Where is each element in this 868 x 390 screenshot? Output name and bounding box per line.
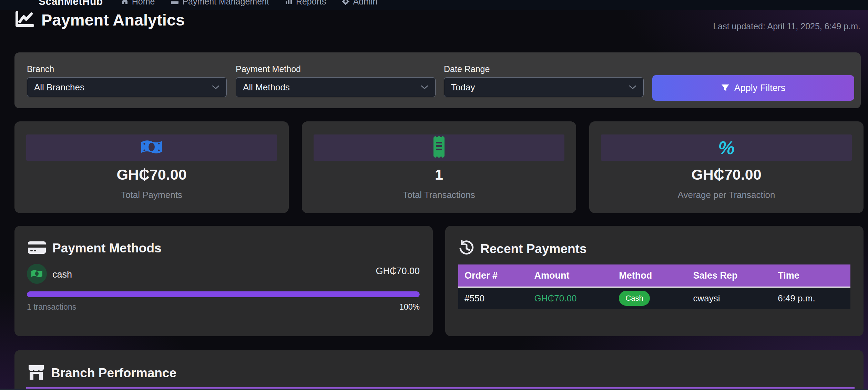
- home-icon: [121, 0, 129, 5]
- method-progress-track: [27, 291, 420, 297]
- method-meta: 1 transactions 100%: [27, 302, 420, 312]
- stat-card-average-per-transaction: % GH₵70.00 Average per Transaction: [589, 121, 864, 213]
- viewport-bottom-edge: [0, 389, 868, 390]
- filter-bar: Branch All Branches Payment Method All M…: [14, 52, 861, 108]
- column-header-sales-rep: Sales Rep: [687, 270, 772, 281]
- chevron-down-icon: ▼: [303, 10, 308, 11]
- chart-line-icon: [14, 11, 34, 29]
- stat-icon-strip: %: [601, 134, 852, 161]
- payment-method-filter-label: Payment Method: [236, 64, 301, 74]
- payment-methods-panel: Payment Methods cash GH₵70.00 1 transact…: [14, 226, 433, 336]
- chevron-down-icon: [212, 85, 219, 89]
- branch-performance-panel: Branch Performance: [14, 350, 864, 390]
- funnel-icon: [721, 84, 729, 92]
- method-name: cash: [52, 269, 72, 280]
- receipt-icon: [433, 136, 445, 160]
- money-bill-icon: [140, 139, 163, 156]
- cell-method: Cash: [613, 291, 687, 306]
- cell-time: 6:49 p.m.: [772, 293, 850, 304]
- stat-label: Average per Transaction: [589, 190, 864, 200]
- page-title: Payment Analytics: [41, 10, 185, 29]
- column-header-method: Method: [613, 270, 687, 281]
- chevron-down-icon: [421, 85, 428, 89]
- cell-sales-rep: cwaysi: [687, 293, 772, 304]
- method-progress-fill: [27, 291, 420, 297]
- brand-logo[interactable]: ScanMetHub: [39, 0, 103, 7]
- storefront-icon: [28, 364, 45, 382]
- nav-item-admin[interactable]: Admin ▼: [342, 0, 377, 7]
- nav-item-payment-management[interactable]: Payment Management: [171, 0, 269, 7]
- nav-items: Home Payment Management Reports ▼: [121, 0, 378, 7]
- payment-methods-header: Payment Methods: [28, 240, 162, 256]
- nav-item-reports[interactable]: Reports ▼: [285, 0, 326, 7]
- recent-payments-header: Recent Payments: [458, 240, 586, 258]
- payment-analytics-page: ScanMetHub Home Payment Management: [0, 0, 868, 390]
- recent-payments-table: Order # Amount Method Sales Rep Time #55…: [458, 264, 850, 309]
- top-navbar: ScanMetHub Home Payment Management: [0, 0, 868, 10]
- payment-method-select[interactable]: All Methods: [236, 77, 436, 97]
- nav-item-home[interactable]: Home: [121, 0, 155, 7]
- percent-icon: %: [718, 138, 735, 157]
- branch-filter-label: Branch: [27, 64, 54, 74]
- payment-method-select-value: All Methods: [243, 82, 290, 93]
- recent-payments-title: Recent Payments: [480, 242, 586, 256]
- recent-payments-panel: Recent Payments Order # Amount Method Sa…: [445, 226, 864, 336]
- gear-icon: [342, 0, 349, 5]
- date-range-select[interactable]: Today: [444, 77, 644, 97]
- table-header-row: Order # Amount Method Sales Rep Time: [458, 264, 850, 287]
- cell-order: #550: [458, 293, 528, 304]
- chart-icon: [285, 0, 293, 5]
- credit-card-icon: [28, 240, 46, 256]
- last-updated-text: Last updated: April 11, 2025, 6:49 p.m.: [713, 21, 860, 31]
- navbar-inner: ScanMetHub Home Payment Management: [0, 0, 868, 10]
- page-header: Payment Analytics: [14, 10, 185, 29]
- stat-icon-strip: [26, 134, 277, 161]
- column-header-amount: Amount: [528, 270, 613, 281]
- stat-value: GH₵70.00: [589, 166, 864, 183]
- chevron-down-icon: [629, 85, 636, 89]
- nav-item-label: Admin: [353, 0, 377, 7]
- branch-performance-header: Branch Performance: [28, 364, 176, 382]
- cash-method-icon: [27, 264, 47, 284]
- stat-card-total-transactions: 1 Total Transactions: [302, 121, 576, 213]
- method-percent: 100%: [399, 302, 420, 312]
- stat-label: Total Payments: [14, 190, 289, 200]
- method-transaction-count: 1 transactions: [27, 302, 76, 312]
- chevron-down-icon: ▼: [357, 10, 362, 11]
- apply-filters-button[interactable]: Apply Filters: [652, 75, 854, 101]
- nav-item-label: Home: [132, 0, 155, 7]
- stat-label: Total Transactions: [302, 190, 576, 200]
- branch-performance-title: Branch Performance: [51, 366, 176, 380]
- stat-icon-strip: [314, 134, 564, 161]
- nav-item-label: Reports: [296, 0, 326, 7]
- method-row-cash: cash GH₵70.00: [27, 264, 420, 284]
- table-row: #550 GH₵70.00 Cash cwaysi 6:49 p.m.: [458, 288, 850, 309]
- date-range-select-value: Today: [451, 82, 475, 93]
- branch-select-value: All Branches: [34, 82, 84, 93]
- stat-card-total-payments: GH₵70.00 Total Payments: [14, 121, 289, 213]
- payment-methods-title: Payment Methods: [52, 241, 162, 256]
- apply-filters-label: Apply Filters: [734, 83, 786, 93]
- stat-value: 1: [302, 166, 576, 183]
- cash-badge: Cash: [619, 291, 650, 306]
- nav-item-label: Payment Management: [182, 0, 269, 7]
- column-header-time: Time: [772, 270, 850, 281]
- method-amount: GH₵70.00: [376, 266, 420, 277]
- date-range-filter-label: Date Range: [444, 64, 490, 74]
- stat-value: GH₵70.00: [14, 166, 289, 183]
- card-icon: [171, 0, 179, 5]
- history-icon: [458, 240, 474, 258]
- column-header-order: Order #: [458, 270, 528, 281]
- branch-select[interactable]: All Branches: [27, 77, 227, 97]
- cell-amount: GH₵70.00: [528, 293, 613, 304]
